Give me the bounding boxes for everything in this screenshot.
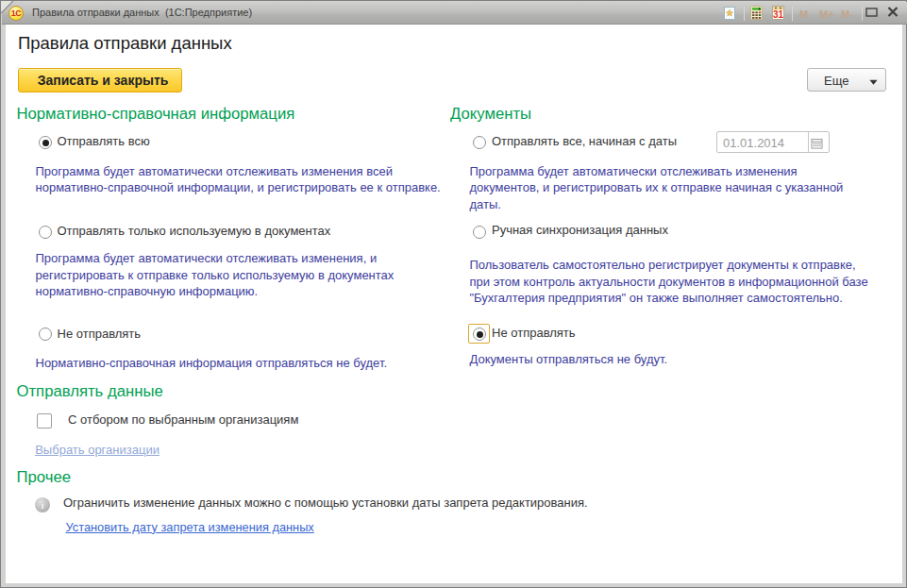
svg-text:31: 31: [773, 9, 784, 20]
